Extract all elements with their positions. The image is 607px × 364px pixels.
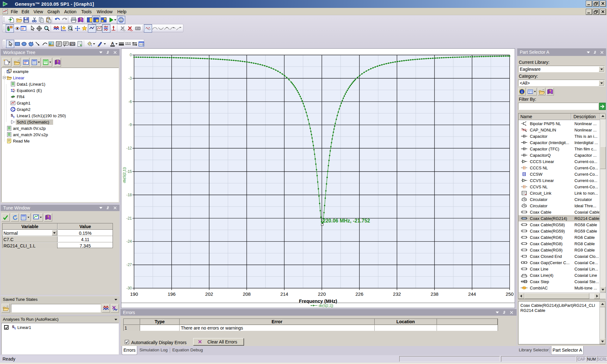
svg-text:db(S[2,1]): db(S[2,1])	[122, 167, 126, 183]
svg-text:?: ?	[549, 89, 551, 93]
svg-text:220: 220	[318, 291, 326, 297]
svg-text:226: 226	[355, 291, 363, 297]
svg-text:214: 214	[280, 291, 288, 297]
svg-text:db(S[2,1]): db(S[2,1])	[319, 304, 333, 307]
svg-text:-18: -18	[126, 193, 132, 197]
svg-text:244: 244	[468, 291, 476, 297]
svg-text:x²: x²	[13, 90, 15, 93]
svg-text:202: 202	[205, 291, 213, 297]
svg-text:ij: ij	[14, 327, 15, 330]
svg-text:?: ?	[80, 18, 82, 21]
svg-text:238: 238	[431, 291, 438, 297]
svg-text:232: 232	[393, 291, 401, 297]
svg-text:?: ?	[57, 60, 58, 64]
svg-text:?: ?	[47, 215, 49, 219]
svg-text:-12: -12	[126, 146, 132, 150]
svg-text:-21: -21	[126, 216, 132, 221]
svg-text:-30: -30	[126, 286, 132, 290]
svg-text:-9: -9	[128, 123, 132, 127]
svg-text:-24: -24	[126, 239, 132, 244]
svg-text:190: 190	[130, 291, 138, 297]
svg-text:-3: -3	[128, 76, 132, 81]
svg-text:BTN: BTN	[70, 43, 75, 45]
svg-text:0: 0	[130, 53, 132, 57]
svg-text:208: 208	[243, 291, 251, 297]
svg-text:220.06 MHz, -21.752: 220.06 MHz, -21.752	[323, 218, 370, 223]
svg-text:A: A	[111, 41, 114, 46]
svg-text:ij: ij	[13, 115, 14, 118]
svg-text:-15: -15	[126, 169, 132, 174]
svg-text:196: 196	[168, 291, 175, 297]
svg-text:-27: -27	[126, 263, 132, 267]
svg-text:-6: -6	[128, 100, 132, 104]
svg-text:250: 250	[506, 291, 513, 297]
